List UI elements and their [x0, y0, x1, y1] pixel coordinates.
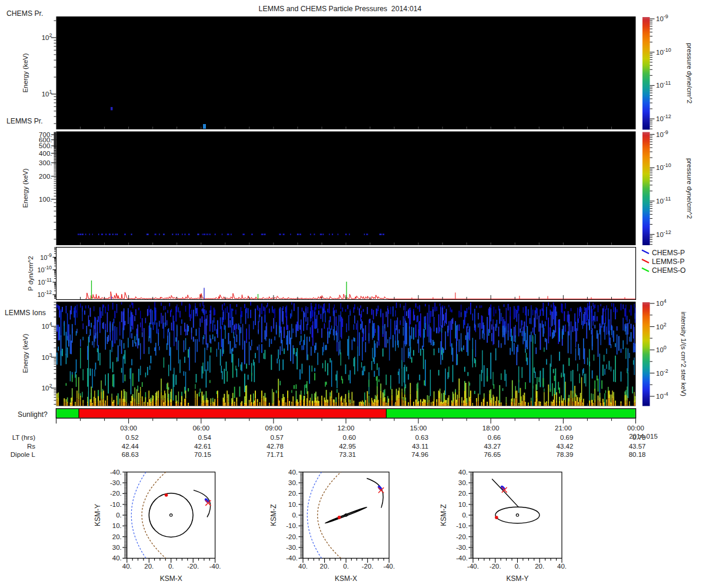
svg-text:20.: 20. — [320, 563, 329, 570]
svg-text:0.60: 0.60 — [343, 434, 356, 441]
svg-text:20.: 20. — [144, 563, 154, 570]
svg-text:500.: 500. — [39, 142, 52, 149]
svg-text:200.: 200. — [39, 173, 52, 180]
svg-text:06:00: 06:00 — [192, 425, 209, 432]
svg-text:40.: 40. — [557, 563, 567, 570]
svg-text:40.: 40. — [122, 563, 132, 570]
svg-text:LT (hrs): LT (hrs) — [12, 434, 35, 441]
svg-text:0.: 0. — [515, 563, 521, 570]
svg-text:0.52: 0.52 — [125, 434, 138, 441]
svg-text:40.: 40. — [112, 554, 122, 562]
svg-text:20.: 20. — [112, 533, 122, 540]
svg-text:15:00: 15:00 — [410, 425, 427, 432]
svg-text:-40.: -40. — [209, 563, 221, 570]
svg-text:40.: 40. — [298, 563, 308, 570]
svg-text:LEMMS Pr.: LEMMS Pr. — [6, 117, 43, 125]
svg-text:42.95: 42.95 — [339, 443, 356, 450]
svg-text:-20.: -20. — [187, 563, 199, 570]
svg-text:0.: 0. — [292, 512, 298, 519]
svg-text:P dyn/cm^2: P dyn/cm^2 — [27, 256, 34, 291]
svg-text:0.57: 0.57 — [271, 434, 284, 441]
svg-text:10.: 10. — [458, 501, 468, 508]
svg-text:40.: 40. — [288, 469, 298, 476]
svg-text:03:00: 03:00 — [120, 425, 137, 432]
svg-text:0.66: 0.66 — [488, 434, 501, 441]
svg-text:12:00: 12:00 — [338, 425, 355, 432]
svg-text:-20.: -20. — [456, 533, 468, 540]
svg-text:78.39: 78.39 — [557, 451, 574, 458]
svg-text:100.: 100. — [39, 196, 52, 203]
svg-text:KSM-Z: KSM-Z — [439, 504, 448, 526]
svg-text:2014-015: 2014-015 — [629, 433, 658, 440]
svg-text:700.: 700. — [39, 131, 52, 138]
svg-text:73.31: 73.31 — [339, 451, 356, 458]
svg-text:LEMMS Ions: LEMMS Ions — [5, 309, 46, 317]
svg-text:-30.: -30. — [456, 544, 468, 551]
svg-text:KSM-Y: KSM-Y — [94, 504, 102, 526]
svg-text:-40.: -40. — [383, 563, 395, 570]
svg-text:Energy (keV): Energy (keV) — [22, 168, 29, 208]
svg-text:CHEMS-O: CHEMS-O — [652, 266, 686, 275]
svg-text:intensity 1/(s cm^2 ster keV): intensity 1/(s cm^2 ster keV) — [680, 312, 687, 396]
svg-text:Energy (keV): Energy (keV) — [22, 333, 29, 373]
svg-text:-20.: -20. — [110, 490, 122, 497]
svg-text:0.: 0. — [116, 512, 122, 519]
svg-text:-10.: -10. — [286, 522, 298, 529]
svg-text:0.: 0. — [168, 563, 174, 570]
svg-text:KSM-Z: KSM-Z — [269, 504, 278, 526]
svg-text:LEMMS and CHEMS Particle Press: LEMMS and CHEMS Particle Pressures 2014:… — [259, 5, 422, 13]
svg-text:0.: 0. — [462, 512, 468, 519]
svg-text:-10.: -10. — [456, 522, 468, 529]
svg-text:43.11: 43.11 — [412, 443, 428, 450]
svg-text:Sunlight?: Sunlight? — [18, 410, 48, 419]
svg-text:-40.: -40. — [456, 554, 468, 562]
svg-text:300.: 300. — [39, 159, 52, 166]
svg-text:pressure dyne/cm^2: pressure dyne/cm^2 — [686, 43, 693, 103]
svg-text:400.: 400. — [39, 150, 52, 157]
svg-text:-30.: -30. — [110, 479, 122, 486]
svg-text:0.54: 0.54 — [198, 434, 211, 441]
svg-text:pressure dyne/cm^2: pressure dyne/cm^2 — [686, 158, 693, 219]
svg-text:Energy (keV): Energy (keV) — [22, 53, 29, 92]
svg-text:Dipole L: Dipole L — [11, 451, 36, 458]
svg-text:-20.: -20. — [489, 563, 501, 570]
svg-text:0.: 0. — [343, 563, 349, 570]
svg-text:10.: 10. — [112, 522, 122, 529]
svg-text:40.: 40. — [458, 469, 468, 476]
svg-text:30.: 30. — [288, 479, 298, 486]
svg-text:30.: 30. — [458, 479, 468, 486]
svg-text:0.69: 0.69 — [560, 434, 573, 441]
svg-text:43.57: 43.57 — [629, 443, 646, 450]
svg-text:42.61: 42.61 — [194, 443, 211, 450]
svg-text:42.44: 42.44 — [122, 443, 139, 450]
svg-text:KSM-X: KSM-X — [335, 574, 357, 583]
svg-text:68.63: 68.63 — [122, 451, 139, 458]
svg-text:20.: 20. — [288, 490, 298, 497]
svg-text:LEMMS-P: LEMMS-P — [652, 258, 685, 266]
svg-text:18:00: 18:00 — [482, 425, 499, 432]
svg-text:21:00: 21:00 — [555, 425, 572, 432]
svg-text:80.18: 80.18 — [629, 451, 646, 458]
svg-text:0.63: 0.63 — [415, 434, 428, 441]
svg-text:-10.: -10. — [110, 501, 122, 508]
svg-text:10.: 10. — [288, 501, 298, 508]
svg-text:KSM-Y: KSM-Y — [506, 574, 528, 583]
svg-text:70.15: 70.15 — [194, 451, 211, 458]
svg-text:-20.: -20. — [362, 563, 374, 570]
svg-text:71.71: 71.71 — [267, 451, 284, 458]
svg-text:Rs: Rs — [27, 443, 35, 450]
svg-text:74.96: 74.96 — [411, 451, 428, 458]
svg-text:76.65: 76.65 — [484, 451, 501, 458]
svg-text:-40.: -40. — [467, 563, 479, 570]
svg-text:20.: 20. — [535, 563, 544, 570]
svg-text:-40.: -40. — [286, 554, 298, 562]
svg-text:42.78: 42.78 — [267, 443, 284, 450]
svg-text:30.: 30. — [112, 544, 122, 551]
svg-text:CHEMS-P: CHEMS-P — [652, 249, 685, 257]
svg-text:00:00: 00:00 — [627, 425, 644, 432]
svg-text:CHEMS Pr.: CHEMS Pr. — [6, 9, 43, 18]
svg-text:43.42: 43.42 — [557, 443, 574, 450]
svg-text:09:00: 09:00 — [265, 425, 282, 432]
svg-text:-20.: -20. — [286, 533, 298, 540]
svg-text:-30.: -30. — [286, 544, 298, 551]
